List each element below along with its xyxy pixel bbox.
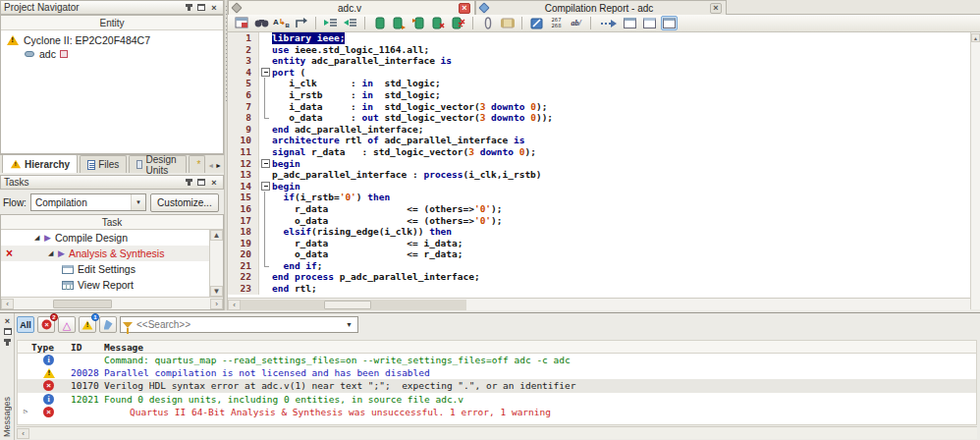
chevron-down-icon[interactable]: ▼	[343, 321, 355, 328]
code-fold-icon[interactable]	[259, 181, 272, 192]
float-icon[interactable]	[2, 326, 14, 337]
code-line[interactable]: 3entity adc_parallel_interface is	[228, 55, 970, 67]
code-line[interactable]: 18 elsif(rising_edge(i_clk)) then	[228, 226, 970, 238]
line-counter-icon[interactable]: 267268	[548, 16, 565, 30]
code-line[interactable]: 2use ieee.std_logic_1164.all;	[228, 44, 970, 56]
filter-errors-button[interactable]: × 2	[37, 316, 55, 333]
scrollbar-thumb[interactable]	[324, 301, 371, 309]
code-line[interactable]: 21 end if;	[228, 260, 970, 272]
attach-icon[interactable]	[479, 16, 496, 30]
find-icon[interactable]	[253, 16, 270, 30]
code-line[interactable]: 11signal r_data : std_logic_vector(3 dow…	[228, 146, 970, 158]
close-icon[interactable]: ×	[208, 177, 220, 188]
float-icon[interactable]	[195, 2, 207, 13]
tab-adc-v[interactable]: adc.v ×	[228, 0, 475, 15]
tree-item-cyclone-ii-ep2c20f484c7[interactable]: Cyclone II: EP2C20F484C7	[3, 33, 221, 47]
task-column-header[interactable]: Task	[1, 215, 223, 230]
close-icon[interactable]: ×	[2, 315, 14, 326]
editor-vertical-scrollbar[interactable]: ▲	[970, 32, 980, 309]
scroll-left-icon[interactable]: ‹	[228, 300, 241, 310]
search-input[interactable]	[136, 319, 343, 330]
tab-compilation-report[interactable]: Compilation Report - adc ×	[475, 0, 727, 15]
task-row-compile-design[interactable]: ◢▶Compile Design	[1, 230, 223, 246]
bookmark-previous-icon[interactable]	[410, 16, 427, 30]
code-fold-icon[interactable]	[259, 67, 272, 79]
tabstrip-scroll-right-icon[interactable]: ►	[215, 162, 222, 169]
bookmark-toggle-icon[interactable]	[371, 16, 388, 30]
filter-critical-warnings-button[interactable]: △	[58, 316, 76, 333]
report-window-icon-2[interactable]	[641, 16, 658, 30]
task-row-edit-settings[interactable]: Edit Settings	[1, 261, 223, 277]
task-row-analysis-synthesis[interactable]: ×◢▶Analysis & Synthesis	[1, 246, 223, 261]
message-row[interactable]: ▷×Quartus II 64-Bit Analysis & Synthesis…	[18, 406, 976, 418]
message-row[interactable]: ×10170Verilog HDL syntax error at adc.v(…	[18, 379, 976, 392]
tab-hierarchy[interactable]: Hierarchy	[2, 154, 78, 173]
message-row[interactable]: 20028Parallel compilation is not license…	[18, 366, 976, 379]
flow-select[interactable]: Compilation ▼	[30, 193, 146, 211]
tab-overflow[interactable]: *	[189, 155, 205, 173]
code-line[interactable]: 20 o_data <= r_data;	[228, 248, 970, 260]
bookmark-delete-icon[interactable]	[430, 16, 447, 30]
filter-warnings-button[interactable]: 1	[79, 316, 96, 333]
file-properties-icon[interactable]	[234, 16, 250, 30]
filter-all-button[interactable]: All	[17, 316, 34, 333]
code-line[interactable]: 16 r_data <= (others=>'0');	[228, 203, 970, 215]
goto-line-icon[interactable]	[293, 16, 309, 30]
filter-info-button[interactable]	[99, 316, 117, 333]
close-tab-icon[interactable]: ×	[710, 3, 722, 14]
message-row[interactable]: i12021Found 0 design units, including 0 …	[18, 393, 976, 406]
float-icon[interactable]	[195, 177, 207, 188]
close-icon[interactable]: ×	[208, 2, 220, 13]
tab-files[interactable]: Files	[80, 155, 127, 173]
replace-icon[interactable]: A↳B	[273, 16, 290, 30]
pin-icon[interactable]	[183, 2, 194, 13]
code-line[interactable]: 7 i_data : in std_logic_vector(3 downto …	[228, 101, 970, 113]
code-line[interactable]: 12begin	[228, 158, 970, 170]
pin-icon[interactable]	[183, 177, 194, 188]
template-icon[interactable]	[499, 16, 516, 30]
code-line[interactable]: 4port (	[228, 67, 970, 79]
code-line[interactable]: 23end rtl;	[228, 283, 970, 295]
bookmark-delete-all-icon[interactable]	[450, 16, 466, 30]
scroll-left-icon[interactable]: ‹	[17, 428, 29, 439]
code-line[interactable]: 14begin	[228, 181, 970, 192]
code-line[interactable]: 9end adc_parallel_interface;	[228, 124, 970, 136]
tree-item-adc[interactable]: adc	[3, 47, 221, 61]
scroll-up-icon[interactable]: ▲	[971, 33, 980, 42]
tasks-vertical-scrollbar[interactable]: ▲ ▼	[209, 230, 223, 297]
scroll-down-icon[interactable]: ▼	[210, 286, 223, 297]
bookmark-next-icon[interactable]	[391, 16, 408, 30]
expand-row-icon[interactable]: ▷	[24, 408, 27, 415]
report-window-icon-1[interactable]	[622, 16, 638, 30]
tab-design-units[interactable]: Design Units	[129, 155, 187, 173]
column-id[interactable]: ID	[71, 342, 82, 353]
message-row[interactable]: iCommand: quartus_map --read_settings_fi…	[18, 354, 976, 366]
customize-button[interactable]: Customize...	[150, 193, 219, 212]
scroll-right-icon[interactable]: ›	[210, 299, 223, 309]
messages-horizontal-scrollbar[interactable]: ‹	[17, 426, 977, 439]
code-line[interactable]: 6 i_rstb : in std_logic;	[228, 89, 970, 101]
code-line[interactable]: 5 i_clk : in std_logic;	[228, 78, 970, 89]
code-line[interactable]: 10architecture rtl of adc_parallel_inter…	[228, 135, 970, 146]
tree-expander-icon[interactable]: ◢	[34, 234, 44, 242]
editor-horizontal-scrollbar[interactable]: ‹	[228, 298, 970, 310]
decrease-indent-icon[interactable]	[322, 16, 339, 30]
code-line[interactable]: 1library ieee;	[228, 32, 970, 44]
code-line[interactable]: 8 o_data : out std_logic_vector(3 downto…	[228, 112, 970, 124]
comment-icon[interactable]	[528, 16, 545, 30]
task-row-view-report[interactable]: View Report	[1, 277, 223, 293]
tabstrip-scroll-left-icon[interactable]: ◄	[207, 162, 214, 169]
code-editor[interactable]: 1library ieee;2use ieee.std_logic_1164.a…	[228, 32, 970, 298]
code-line[interactable]: 13p_adc_parallel_interface : process(i_c…	[228, 169, 970, 181]
word-wrap-icon[interactable]: ab/	[568, 16, 584, 30]
scroll-up-icon[interactable]: ▲	[210, 230, 223, 241]
code-line[interactable]: 19 r_data <= i_data;	[228, 238, 970, 249]
scroll-left-icon[interactable]: ‹	[1, 299, 14, 309]
pin-icon[interactable]	[2, 337, 14, 348]
analysis-arrow-icon[interactable]	[597, 16, 619, 30]
message-search-combobox[interactable]: ▼	[120, 316, 358, 333]
code-line[interactable]: 17 o_data <= (others=>'0');	[228, 215, 970, 227]
code-fold-icon[interactable]	[259, 158, 272, 170]
report-window-icon-3-selected[interactable]	[661, 16, 678, 30]
column-message[interactable]: Message	[104, 342, 143, 353]
